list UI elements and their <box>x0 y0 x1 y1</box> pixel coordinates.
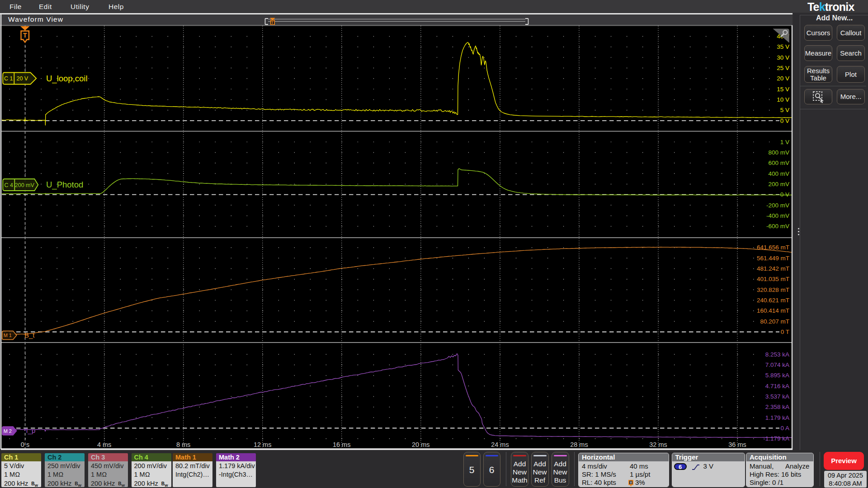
svg-text:-200 mV: -200 mV <box>766 202 789 209</box>
svg-text:200 mV: 200 mV <box>15 182 35 188</box>
svg-text:400 mV: 400 mV <box>768 170 789 177</box>
svg-text:5.895 kA: 5.895 kA <box>765 372 789 379</box>
svg-text:T: T <box>23 32 27 39</box>
svg-text:1.179 kA: 1.179 kA <box>765 414 789 421</box>
svg-text:U_loop,coil: U_loop,coil <box>46 74 88 84</box>
svg-text:0 T: 0 T <box>781 328 789 335</box>
svg-text:25 V: 25 V <box>777 65 789 71</box>
svg-text:600 mV: 600 mV <box>768 160 789 166</box>
svg-text:20 V: 20 V <box>777 75 789 82</box>
svg-text:-1.179 kA: -1.179 kA <box>763 435 789 442</box>
svg-text:2.358 kA: 2.358 kA <box>765 404 789 410</box>
svg-text:-400 mV: -400 mV <box>766 212 789 219</box>
svg-text:0 V: 0 V <box>780 117 789 124</box>
svg-text:320.828 mT: 320.828 mT <box>757 286 789 293</box>
svg-text:12 ms: 12 ms <box>254 441 272 448</box>
svg-text:1 V: 1 V <box>780 139 789 145</box>
svg-text:20 ms: 20 ms <box>412 441 430 448</box>
svg-text:16 ms: 16 ms <box>333 441 351 448</box>
svg-text:10 V: 10 V <box>777 96 789 103</box>
svg-text:5 V: 5 V <box>780 107 789 113</box>
svg-text:B_t: B_t <box>24 331 35 339</box>
svg-text:M 2: M 2 <box>4 428 12 434</box>
svg-text:U_Photod: U_Photod <box>46 180 83 190</box>
svg-text:C 4: C 4 <box>5 182 14 188</box>
svg-text:M 1: M 1 <box>4 333 12 338</box>
svg-text:24 ms: 24 ms <box>491 441 509 448</box>
svg-text:4 ms: 4 ms <box>97 441 111 448</box>
svg-text:80.207 mT: 80.207 mT <box>760 318 789 325</box>
svg-text:-600 mV: -600 mV <box>766 223 789 230</box>
svg-text:32 ms: 32 ms <box>649 441 667 448</box>
svg-text:28 ms: 28 ms <box>570 441 588 448</box>
svg-text:800 mV: 800 mV <box>768 149 789 156</box>
svg-text:401.035 mT: 401.035 mT <box>757 276 789 282</box>
svg-text:15 V: 15 V <box>777 86 789 93</box>
svg-text:0 s: 0 s <box>21 441 29 448</box>
svg-text:3.537 kA: 3.537 kA <box>765 393 789 400</box>
svg-text:561.449 mT: 561.449 mT <box>757 255 789 262</box>
svg-text:35 V: 35 V <box>777 43 789 50</box>
svg-text:8.253 kA: 8.253 kA <box>765 351 789 358</box>
svg-text:200 mV: 200 mV <box>768 181 789 188</box>
svg-text:7.074 kA: 7.074 kA <box>765 361 789 368</box>
svg-text:0 A: 0 A <box>780 425 789 432</box>
svg-text:481.242 mT: 481.242 mT <box>757 265 789 272</box>
svg-text:160.414 mT: 160.414 mT <box>757 307 789 314</box>
svg-text:0 V: 0 V <box>780 191 789 198</box>
svg-text:4.716 kA: 4.716 kA <box>765 383 789 389</box>
svg-text:I_p: I_p <box>26 427 36 434</box>
svg-text:8 ms: 8 ms <box>176 441 190 448</box>
svg-text:30 V: 30 V <box>777 54 789 61</box>
svg-text:36 ms: 36 ms <box>728 441 746 448</box>
svg-text:C 1: C 1 <box>4 75 13 82</box>
svg-text:20 V: 20 V <box>16 75 28 82</box>
svg-text:240.621 mT: 240.621 mT <box>757 297 789 304</box>
svg-text:641.656 mT: 641.656 mT <box>757 244 789 251</box>
